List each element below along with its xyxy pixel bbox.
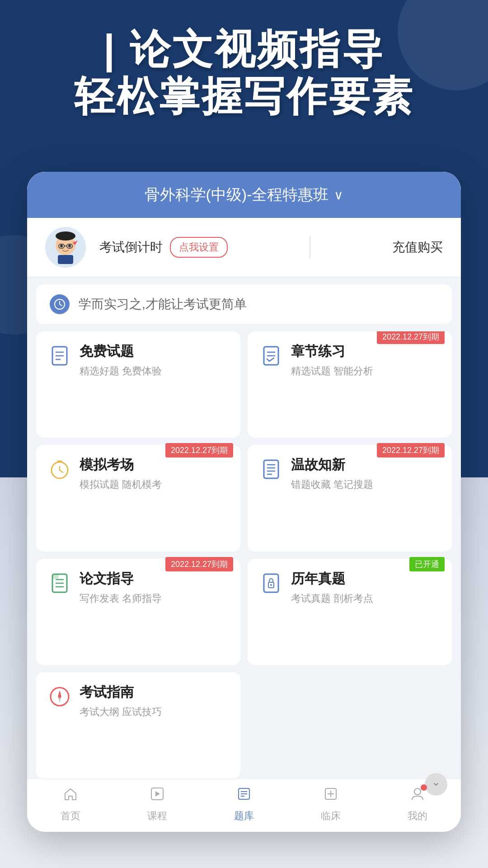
nav-label-home: 首页 [61, 809, 80, 823]
card-title: 免费试题 [80, 342, 162, 361]
questions-icon [236, 786, 252, 806]
card-exam-guide-content: 考试指南 考试大纲 应试技巧 [80, 683, 162, 719]
svg-point-7 [60, 245, 63, 247]
document-green-icon [48, 571, 71, 595]
avatar [45, 227, 86, 268]
card-free-questions-content: 免费试题 精选好题 免费体验 [80, 342, 162, 378]
hero-title-line1: | 论文视频指导 [27, 27, 461, 72]
expiry-badge: 2022.12.27到期 [165, 557, 233, 571]
card-subtitle: 精选好题 免费体验 [80, 364, 162, 378]
play-icon [150, 786, 165, 806]
expiry-badge: 2022.12.27到期 [377, 443, 445, 458]
svg-point-41 [431, 779, 441, 790]
svg-line-12 [60, 304, 62, 306]
nav-label-course: 课程 [147, 809, 167, 823]
card-title: 模拟考场 [80, 456, 162, 474]
svg-point-40 [58, 695, 61, 698]
svg-point-53 [414, 788, 421, 795]
user-bar: 考试倒计时 点我设置 充值购买 [27, 218, 461, 277]
tablet-frame: 骨外科学(中级)-全程特惠班 ∨ [27, 172, 461, 832]
app-header-title: 骨外科学(中级)-全程特惠班 [145, 184, 329, 205]
clock-yellow-icon [48, 458, 71, 481]
nav-item-questions[interactable]: 题库 [221, 786, 267, 823]
recharge-button[interactable]: 充值购买 [392, 239, 443, 256]
card-title: 章节练习 [291, 342, 373, 361]
app-inner: 骨外科学(中级)-全程特惠班 ∨ [27, 172, 461, 832]
expiry-badge: 2022.12.27到期 [165, 443, 233, 458]
card-mock-exam[interactable]: 2022.12.27到期 模拟考场 模拟试题 随机模考 [36, 445, 240, 551]
svg-rect-24 [264, 460, 278, 478]
svg-rect-1 [58, 255, 73, 264]
card-review[interactable]: 2022.12.27到期 温故知新 错题收藏 笔记搜题 [248, 445, 452, 551]
card-past-exams[interactable]: 已开通 历年真题 考试真题 剖析考点 [248, 559, 452, 665]
nav-label-mine: 我的 [408, 809, 427, 823]
document-list-icon [259, 458, 283, 481]
profile-icon [410, 786, 425, 806]
document-icon [48, 344, 71, 368]
svg-rect-34 [264, 574, 278, 592]
hero-section: | 论文视频指导 轻松掌握写作要素 [0, 27, 488, 121]
card-title: 温故知新 [291, 456, 373, 474]
app-header[interactable]: 骨外科学(中级)-全程特惠班 ∨ [27, 172, 461, 218]
card-thesis-content: 论文指导 写作发表 名师指导 [80, 570, 162, 605]
bottom-nav: 首页 课程 [27, 778, 461, 832]
card-subtitle: 考试真题 剖析考点 [291, 592, 373, 605]
scroll-indicator [425, 773, 447, 796]
nav-item-clinical[interactable]: 临床 [307, 786, 354, 823]
card-chapter-practice[interactable]: 2022.12.27到期 章节练习 精选试题 智能分析 [248, 331, 452, 438]
card-subtitle: 考试大纲 应试技巧 [80, 705, 162, 719]
nav-label-clinical: 临床 [321, 809, 341, 823]
card-mock-exam-content: 模拟考场 模拟试题 随机模考 [80, 456, 162, 491]
card-exam-guide[interactable]: 考试指南 考试大纲 应试技巧 [36, 672, 240, 778]
clinical-icon [323, 786, 338, 806]
document-check-icon [259, 344, 283, 368]
quote-bar: 学而实习之,才能让考试更简单 [36, 284, 452, 324]
svg-marker-45 [155, 791, 160, 797]
svg-point-36 [270, 584, 272, 586]
svg-line-22 [60, 470, 63, 472]
expiry-badge: 2022.12.27到期 [377, 331, 445, 344]
svg-point-8 [68, 245, 71, 247]
card-title: 历年真题 [291, 570, 373, 588]
card-past-exams-content: 历年真题 考试真题 剖析考点 [291, 570, 373, 605]
user-bar-info: 考试倒计时 点我设置 充值购买 [99, 236, 443, 259]
nav-item-home[interactable]: 首页 [47, 786, 94, 823]
card-free-questions[interactable]: 免费试题 精选好题 免费体验 [36, 331, 240, 438]
avatar-svg [45, 227, 86, 268]
countdown-section: 考试倒计时 点我设置 [99, 237, 228, 258]
clock-icon [50, 294, 70, 314]
card-review-content: 温故知新 错题收藏 笔记搜题 [291, 456, 373, 491]
card-chapter-practice-content: 章节练习 精选试题 智能分析 [291, 342, 373, 378]
card-thesis[interactable]: 2022.12.27到期 论文指导 写作发表 名师指导 [36, 559, 240, 665]
document-lock-icon [259, 571, 283, 595]
home-icon [63, 786, 78, 806]
card-title: 考试指南 [80, 683, 162, 702]
svg-point-3 [56, 231, 75, 241]
card-subtitle: 精选试题 智能分析 [291, 364, 373, 378]
svg-rect-33 [52, 574, 59, 579]
quote-text: 学而实习之,才能让考试更简单 [79, 296, 247, 313]
nav-item-course[interactable]: 课程 [134, 786, 181, 823]
countdown-label: 考试倒计时 [99, 239, 163, 256]
card-title: 论文指导 [80, 570, 162, 588]
countdown-set-button[interactable]: 点我设置 [170, 237, 228, 258]
card-subtitle: 写作发表 名师指导 [80, 592, 162, 605]
nav-label-questions: 题库 [234, 809, 254, 823]
hero-title-line2: 轻松掌握写作要素 [27, 72, 461, 121]
divider [310, 236, 310, 259]
chevron-down-icon: ∨ [334, 188, 343, 203]
card-subtitle: 模拟试题 随机模考 [80, 478, 162, 491]
open-badge: 已开通 [409, 557, 445, 571]
compass-icon [48, 685, 71, 708]
cards-grid: 免费试题 精选好题 免费体验 2022.12.27到期 章节练习 [27, 331, 461, 778]
card-subtitle: 错题收藏 笔记搜题 [291, 478, 373, 491]
